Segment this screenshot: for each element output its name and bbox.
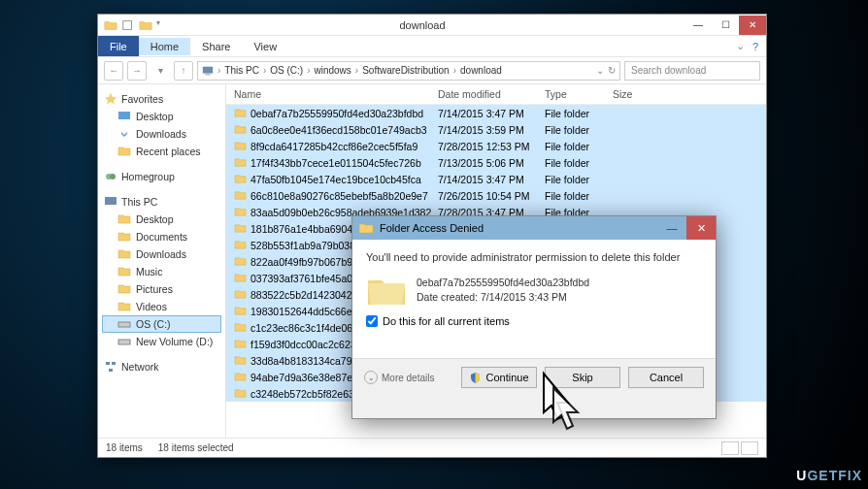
svg-rect-9 [106, 362, 110, 365]
properties-icon[interactable] [121, 18, 135, 32]
thispc-header[interactable]: This PC [102, 193, 221, 211]
col-type[interactable]: Type [545, 88, 613, 100]
history-dropdown[interactable]: ▾ [150, 61, 170, 81]
sidebar-item-videos[interactable]: Videos [102, 298, 221, 315]
address-dropdown-icon[interactable]: ⌄ [596, 65, 604, 76]
sidebar-item-downloads-pc[interactable]: Downloads [102, 245, 221, 263]
folder-icon [234, 141, 247, 151]
skip-button[interactable]: Skip [545, 367, 620, 388]
share-tab[interactable]: Share [190, 38, 242, 55]
folder-icon [234, 388, 247, 399]
view-tab[interactable]: View [242, 38, 288, 55]
folder-icon [234, 190, 247, 201]
help-icon[interactable]: ? [752, 41, 766, 52]
sidebar-item-pictures[interactable]: Pictures [102, 280, 221, 298]
maximize-button[interactable]: ☐ [712, 16, 739, 35]
close-button[interactable]: ✕ [739, 16, 766, 35]
nav-pane: Favorites Desktop Downloads Recent place… [98, 84, 226, 438]
dialog-close-button[interactable]: ✕ [686, 216, 716, 240]
dialog-file-info: 0ebaf7a7b25559950fd4ed30a23bfdbd Date cr… [366, 273, 702, 308]
table-row[interactable]: 6a0c8ee0e41f36ecd158bc01e749acb37/14/201… [226, 121, 766, 138]
svg-rect-6 [105, 197, 117, 205]
dialog-minimize-button[interactable]: — [657, 216, 686, 240]
qat-icons: ▾ [98, 18, 160, 32]
table-row[interactable]: 66c810e8a90276c85ebebf5a8b20e9e77/26/201… [226, 187, 766, 204]
sidebar-item-downloads[interactable]: Downloads [102, 125, 221, 143]
shield-icon [469, 372, 482, 384]
col-size[interactable]: Size [613, 88, 661, 100]
sidebar-item-recent[interactable]: Recent places [102, 143, 221, 160]
folder-icon [234, 273, 247, 283]
favorites-label: Favorites [121, 93, 163, 105]
refresh-icon[interactable]: ↻ [608, 65, 616, 76]
network-header[interactable]: Network [102, 358, 221, 375]
navbar: ← → ▾ ↑ › This PC› OS (C:)› windows› Sof… [98, 57, 766, 84]
folder-icon [234, 256, 247, 267]
drive-icon [117, 317, 131, 331]
col-name[interactable]: Name [234, 88, 438, 100]
folder-icon [234, 174, 247, 184]
star-icon [104, 92, 117, 106]
folder-icon [117, 282, 131, 296]
folder-icon [234, 108, 247, 118]
sidebar-item-documents[interactable]: Documents [102, 228, 221, 245]
do-for-all-checkbox[interactable]: Do this for all current items [366, 315, 702, 327]
sidebar-item-os-c[interactable]: OS (C:) [102, 315, 221, 333]
back-button[interactable]: ← [104, 61, 123, 81]
homegroup-label: Homegroup [121, 171, 175, 182]
col-date[interactable]: Date modified [438, 88, 545, 100]
breadcrumb-item[interactable]: OS (C:) [270, 65, 303, 76]
folder-icon [234, 157, 247, 168]
table-row[interactable]: 17f4f343bb7cece1e011504c5fec726b7/13/201… [226, 154, 766, 171]
up-button[interactable]: ↑ [174, 61, 193, 81]
dialog-titlebar[interactable]: Folder Access Denied — ✕ [352, 216, 716, 240]
ribbon-expand-icon[interactable]: ⌄ [736, 40, 752, 52]
minimize-button[interactable]: — [684, 16, 712, 35]
sidebar-item-volume-d[interactable]: New Volume (D:) [102, 333, 221, 350]
table-row[interactable]: 47fa50fb1045e174ec19bce10cb45fca7/14/201… [226, 171, 766, 187]
network-icon [104, 360, 117, 374]
file-tab[interactable]: File [98, 36, 139, 56]
checkbox-label: Do this for all current items [383, 315, 510, 327]
titlebar[interactable]: ▾ download — ☐ ✕ [98, 15, 766, 36]
drive-icon [117, 335, 131, 348]
forward-button[interactable]: → [127, 61, 147, 81]
breadcrumb-item[interactable]: SoftwareDistribution [362, 65, 449, 76]
folder-icon [139, 18, 152, 32]
breadcrumb-item[interactable]: This PC [224, 65, 259, 76]
dialog-body: You'll need to provide administrator per… [352, 240, 716, 358]
dialog-title: Folder Access Denied [380, 222, 657, 234]
sidebar-item-music[interactable]: Music [102, 263, 221, 280]
svg-rect-11 [109, 369, 113, 372]
dialog-file-date: Date created: 7/14/2015 3:43 PM [417, 290, 589, 305]
details-view-icon[interactable] [721, 441, 739, 455]
pc-icon [202, 65, 214, 77]
folder-icon [117, 247, 131, 261]
homegroup-header[interactable]: Homegroup [102, 168, 221, 185]
home-tab[interactable]: Home [139, 38, 190, 55]
folder-icon [117, 230, 131, 244]
cancel-button[interactable]: Cancel [628, 367, 704, 388]
more-details-toggle[interactable]: ⌄ More details [364, 371, 453, 384]
item-count: 18 items [106, 442, 143, 453]
column-headers[interactable]: Name Date modified Type Size [226, 84, 766, 105]
continue-button[interactable]: Continue [461, 367, 537, 388]
folder-icon [234, 372, 247, 382]
breadcrumb-item[interactable]: windows [314, 65, 351, 76]
desktop-icon [117, 110, 131, 123]
downloads-icon [117, 127, 131, 141]
svg-rect-2 [205, 74, 210, 75]
svg-rect-3 [118, 112, 130, 119]
folder-icon [234, 355, 247, 366]
checkbox-input[interactable] [366, 315, 378, 327]
favorites-header[interactable]: Favorites [102, 90, 221, 108]
thumbnails-view-icon[interactable] [741, 441, 758, 455]
address-bar[interactable]: › This PC› OS (C:)› windows› SoftwareDis… [197, 61, 620, 81]
window-title: download [160, 19, 684, 31]
sidebar-item-desktop[interactable]: Desktop [102, 108, 221, 125]
breadcrumb-item[interactable]: download [460, 65, 502, 76]
sidebar-item-desktop-pc[interactable]: Desktop [102, 211, 221, 228]
search-input[interactable]: Search download [624, 61, 760, 81]
table-row[interactable]: 8f9cda6417285b42ccf86e2cec5f5fa97/28/201… [226, 138, 766, 154]
table-row[interactable]: 0ebaf7a7b25559950fd4ed30a23bfdbd7/14/201… [226, 105, 766, 121]
